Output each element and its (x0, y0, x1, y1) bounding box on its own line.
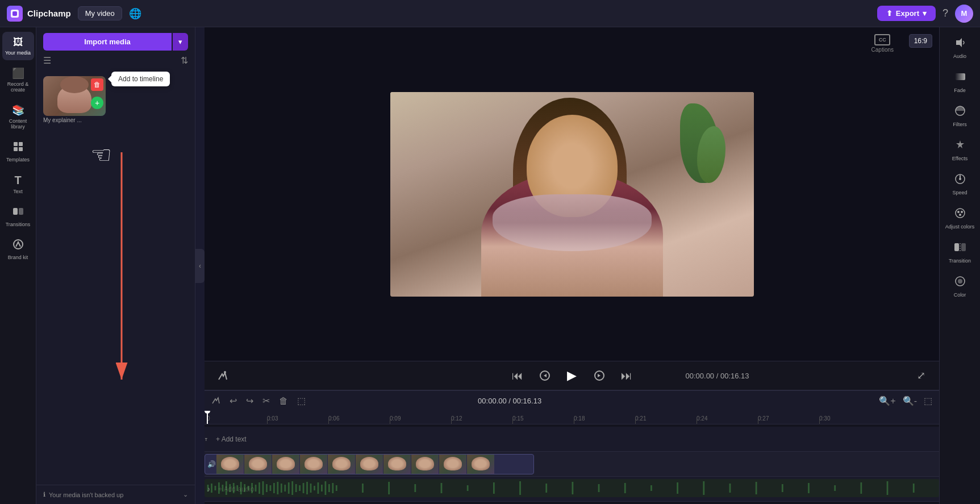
skip-end-button[interactable]: ⏭ (618, 366, 636, 385)
media-delete-button[interactable]: 🗑 (91, 78, 103, 91)
svg-rect-3 (19, 142, 23, 146)
add-text-button[interactable]: + Add text (216, 435, 247, 443)
export-chevron-icon: ▾ (923, 9, 927, 18)
audio-prop-icon (954, 36, 966, 52)
sidebar-item-transitions[interactable]: Transitions (2, 201, 34, 232)
timeline-ruler: 0 0:03 0:06 0:09 0:12 0:15 0:18 0:21 (205, 411, 939, 424)
media-item[interactable]: 🗑 + My explainer ... Add to timeline (43, 76, 106, 122)
sort-icon[interactable]: ⇅ (181, 55, 188, 66)
collapse-panel-btn[interactable]: ‹ (195, 27, 205, 504)
aspect-ratio-button[interactable]: 16:9 (909, 34, 932, 48)
sidebar-item-record-create[interactable]: ⬛ Record & create (2, 63, 34, 97)
svg-rect-20 (226, 481, 227, 495)
timeline-magic-button[interactable] (209, 394, 223, 408)
sidebar-item-label: Text (13, 189, 23, 194)
right-sidebar-item-effects[interactable]: Effects (942, 134, 978, 166)
magic-button[interactable] (214, 366, 232, 385)
delete-button[interactable]: 🗑 (277, 395, 290, 407)
skip-start-button[interactable]: ⏮ (508, 366, 527, 385)
svg-rect-40 (299, 485, 301, 491)
rewind-button[interactable] (536, 366, 554, 385)
media-add-button[interactable]: + (91, 97, 103, 109)
filter-icon[interactable]: ☰ (43, 55, 51, 66)
svg-rect-43 (310, 484, 312, 493)
expand-button[interactable]: ⤢ (912, 366, 930, 385)
video-frame (328, 455, 355, 474)
ruler-mark-27: 0:27 (758, 415, 769, 422)
video-title[interactable]: My video (78, 6, 122, 20)
svg-rect-19 (222, 485, 223, 491)
fit-button[interactable]: ⬚ (921, 394, 935, 407)
redo-button[interactable]: ↪ (244, 394, 256, 407)
svg-rect-68 (808, 483, 810, 493)
svg-rect-53 (414, 484, 416, 492)
audio-waveform (205, 479, 939, 497)
timeline-tracks: T + Add text 🔊 (205, 424, 939, 504)
export-button[interactable]: ⬆ Export ▾ (877, 6, 936, 21)
logo-icon (7, 6, 23, 22)
captions-button[interactable]: CC Captions (871, 34, 894, 53)
templates-icon (12, 141, 24, 155)
video-frame (216, 455, 244, 474)
svg-point-79 (957, 211, 960, 213)
video-clip[interactable]: 🔊 (205, 454, 534, 474)
time-display: 00:00.00 / 00:16.13 (686, 372, 749, 380)
svg-rect-56 (493, 482, 495, 494)
svg-rect-39 (295, 484, 297, 492)
right-sidebar-item-adjust-colors[interactable]: Adjust colors (942, 202, 978, 234)
sidebar-item-label: Record & create (5, 81, 32, 93)
expand-warning-icon[interactable]: ⌄ (183, 491, 188, 498)
play-button[interactable]: ▶ (563, 366, 581, 385)
svg-rect-24 (240, 482, 242, 494)
svg-rect-50 (336, 485, 337, 491)
svg-rect-35 (281, 484, 282, 493)
avatar[interactable]: M (955, 5, 973, 23)
zoom-in-button[interactable]: 🔍+ (877, 394, 898, 407)
sidebar-item-templates[interactable]: Templates (2, 136, 34, 167)
svg-rect-45 (318, 482, 319, 494)
svg-rect-17 (215, 486, 216, 490)
right-sidebar-item-filters[interactable]: Filters (942, 100, 978, 132)
help-icon[interactable]: ? (943, 7, 948, 19)
sidebar-item-text[interactable]: T Text (2, 169, 34, 199)
sidebar-item-content-library[interactable]: 📚 Content library (2, 99, 34, 134)
svg-rect-70 (860, 482, 862, 494)
audio-icon: ♪ (207, 485, 210, 493)
tl-playhead[interactable] (207, 411, 208, 424)
video-frame (411, 455, 439, 474)
topbar: Clipchamp My video 🌐 ⬆ Export ▾ ? M (0, 0, 980, 27)
import-media-button[interactable]: Import media (43, 33, 172, 51)
svg-text:T: T (205, 437, 207, 441)
media-panel-header: Import media ▾ ☰ ⇅ (36, 27, 195, 72)
right-sidebar-item-transition[interactable]: Transition (942, 236, 978, 268)
audio-prop-label: Audio (953, 53, 966, 59)
content-library-icon: 📚 (12, 104, 24, 116)
cut-button[interactable]: ✂ (260, 394, 272, 407)
svg-rect-30 (262, 481, 264, 495)
right-sidebar-item-speed[interactable]: Speed (942, 168, 978, 200)
right-sidebar-item-audio[interactable]: Audio (942, 32, 978, 64)
svg-rect-23 (236, 485, 238, 491)
video-frame (300, 455, 327, 474)
info-icon: ℹ (43, 491, 45, 498)
video-frame (244, 455, 272, 474)
import-media-dropdown-button[interactable]: ▾ (173, 33, 188, 51)
right-sidebar-item-fade[interactable]: Fade (942, 66, 978, 98)
save-button[interactable]: ⬚ (295, 394, 308, 407)
sidebar-item-brand-kit[interactable]: Brand kit (2, 234, 34, 265)
svg-rect-27 (251, 483, 253, 493)
video-frame (356, 455, 383, 474)
collapse-icon[interactable]: ‹ (195, 249, 205, 283)
media-label: My explainer ... (43, 117, 106, 123)
svg-point-77 (959, 178, 961, 180)
zoom-out-button[interactable]: 🔍- (900, 394, 919, 407)
undo-button[interactable]: ↩ (227, 394, 239, 407)
svg-point-11 (224, 371, 226, 373)
scarf (493, 194, 652, 251)
export-label: Export (896, 9, 919, 18)
right-sidebar-item-color[interactable]: Color (942, 270, 978, 302)
sidebar-item-your-media[interactable]: 🖼 Your media (2, 32, 34, 60)
ruler-mark-9: 0:09 (390, 415, 401, 422)
svg-rect-61 (624, 483, 626, 493)
forward-button[interactable] (590, 366, 608, 385)
